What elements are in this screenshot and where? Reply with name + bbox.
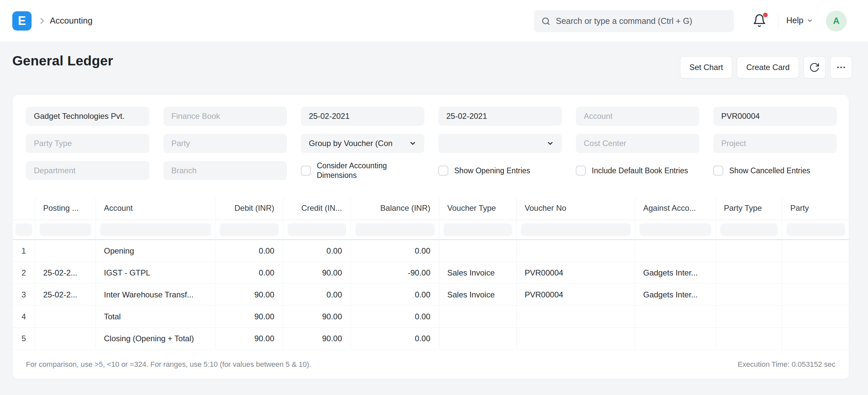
cell-balance: 0.00 <box>351 306 439 327</box>
checkbox-label: Include Default Book Entries <box>592 166 688 175</box>
table-row[interactable]: 2 25-02-2... IGST - GTPL 0.00 90.00 -90.… <box>12 262 849 284</box>
column-filter-input[interactable] <box>220 223 279 236</box>
group-by-select[interactable]: Group by Voucher (Con <box>301 134 424 153</box>
global-search[interactable] <box>534 10 734 32</box>
cell-credit: 90.00 <box>283 262 351 284</box>
cell-party-type <box>716 240 782 262</box>
cell-credit: 90.00 <box>283 328 351 349</box>
column-filter-input[interactable] <box>720 223 778 236</box>
cell-posting-date: 25-02-2... <box>35 262 96 284</box>
cell-against-account: Gadgets Inter... <box>635 284 716 305</box>
column-filter-input[interactable] <box>444 223 512 236</box>
navbar-divider <box>778 14 778 29</box>
cell-credit: 0.00 <box>283 240 351 262</box>
cell-account: Inter Warehouse Transf... <box>96 284 216 305</box>
page-actions: Set Chart Create Card <box>680 57 852 78</box>
include-default-book-entries-checkbox[interactable] <box>576 166 586 175</box>
search-input[interactable] <box>556 16 726 26</box>
consider-accounting-dimensions-checkbox[interactable] <box>301 166 311 175</box>
report-table: Posting ... Account Debit (INR) Credit (… <box>12 196 849 350</box>
notifications-button[interactable] <box>752 13 768 29</box>
cell-voucher-no: PVR00004 <box>517 284 635 305</box>
column-filter-input[interactable] <box>287 223 346 236</box>
department-filter[interactable] <box>26 161 149 180</box>
to-date-filter[interactable] <box>438 106 562 126</box>
cell-posting-date: 25-02-2... <box>35 284 96 305</box>
table-row[interactable]: 5 Closing (Opening + Total) 90.00 90.00 … <box>12 328 849 350</box>
table-filter-row <box>12 220 849 240</box>
branch-filter[interactable] <box>163 161 287 180</box>
column-header[interactable] <box>12 196 35 220</box>
cell-credit: 90.00 <box>283 306 351 327</box>
row-number: 2 <box>12 262 35 284</box>
show-cancelled-entries-checkbox[interactable] <box>713 166 723 175</box>
report-footer: For comparison, use >5, <10 or =324. For… <box>12 350 849 380</box>
set-chart-button[interactable]: Set Chart <box>680 57 732 78</box>
refresh-icon <box>809 62 820 73</box>
column-filter-input[interactable] <box>640 223 711 236</box>
party-filter[interactable] <box>163 134 287 153</box>
from-date-filter[interactable] <box>301 106 424 126</box>
cell-debit: 90.00 <box>216 284 283 305</box>
column-filter-input[interactable] <box>355 223 435 236</box>
finance-book-filter[interactable] <box>163 106 287 126</box>
breadcrumb[interactable]: Accounting <box>50 15 93 26</box>
column-filter-input[interactable] <box>521 223 630 236</box>
column-header-voucher-type[interactable]: Voucher Type <box>439 196 517 220</box>
cell-party <box>782 284 849 305</box>
cell-debit: 0.00 <box>216 262 283 284</box>
cell-posting-date <box>35 240 96 262</box>
user-avatar[interactable]: A <box>826 11 847 32</box>
notification-dot <box>763 12 768 17</box>
cell-party <box>782 262 849 284</box>
filter-hint-text: For comparison, use >5, <10 or =324. For… <box>26 360 311 369</box>
row-number: 1 <box>12 240 35 262</box>
cell-debit: 0.00 <box>216 240 283 262</box>
cell-party-type <box>716 284 782 305</box>
refresh-button[interactable] <box>804 57 826 78</box>
party-type-filter[interactable] <box>26 134 149 153</box>
cell-voucher-no: PVR00004 <box>517 262 635 284</box>
cost-center-filter[interactable] <box>576 134 699 153</box>
secondary-select[interactable] <box>438 134 562 153</box>
column-header-balance[interactable]: Balance (INR) <box>351 196 439 220</box>
cell-party-type <box>716 306 782 327</box>
column-filter-input[interactable] <box>787 223 845 236</box>
column-header-account[interactable]: Account <box>96 196 216 220</box>
group-by-value: Group by Voucher (Con <box>309 139 393 148</box>
cell-balance: 0.00 <box>351 240 439 262</box>
cell-posting-date <box>35 328 96 349</box>
column-header-party-type[interactable]: Party Type <box>716 196 782 220</box>
help-menu[interactable]: Help <box>786 15 813 25</box>
column-header-credit[interactable]: Credit (IN... <box>283 196 351 220</box>
checkbox-label: Show Cancelled Entries <box>729 166 810 175</box>
table-row[interactable]: 4 Total 90.00 90.00 0.00 <box>12 306 849 328</box>
column-header-debit[interactable]: Debit (INR) <box>216 196 283 220</box>
account-filter[interactable] <box>576 106 699 126</box>
column-header-against-account[interactable]: Against Acco... <box>635 196 716 220</box>
page-title: General Ledger <box>12 53 113 69</box>
cell-account: Total <box>96 306 216 327</box>
column-filter-input[interactable] <box>100 223 211 236</box>
cell-voucher-no <box>517 306 635 327</box>
project-filter[interactable] <box>713 134 837 153</box>
table-row[interactable]: 1 Opening 0.00 0.00 0.00 <box>12 240 849 262</box>
checkbox-label: Consider Accounting Dimensions <box>317 161 400 180</box>
cell-party <box>782 328 849 349</box>
cell-debit: 90.00 <box>216 306 283 327</box>
chevron-down-icon <box>409 140 416 147</box>
create-card-button[interactable]: Create Card <box>737 57 799 78</box>
voucher-no-filter[interactable] <box>713 106 837 126</box>
cell-party-type <box>716 262 782 284</box>
erpnext-logo-icon[interactable]: E <box>12 11 32 31</box>
show-opening-entries-checkbox[interactable] <box>438 166 448 175</box>
cell-voucher-type <box>439 306 517 327</box>
column-header-voucher-no[interactable]: Voucher No <box>517 196 635 220</box>
column-filter-input[interactable] <box>15 223 32 236</box>
column-header-posting-date[interactable]: Posting ... <box>35 196 96 220</box>
more-options-button[interactable] <box>830 57 852 78</box>
column-header-party[interactable]: Party <box>782 196 849 220</box>
table-row[interactable]: 3 25-02-2... Inter Warehouse Transf... 9… <box>12 284 849 306</box>
column-filter-input[interactable] <box>39 223 91 236</box>
company-filter[interactable] <box>26 106 149 126</box>
